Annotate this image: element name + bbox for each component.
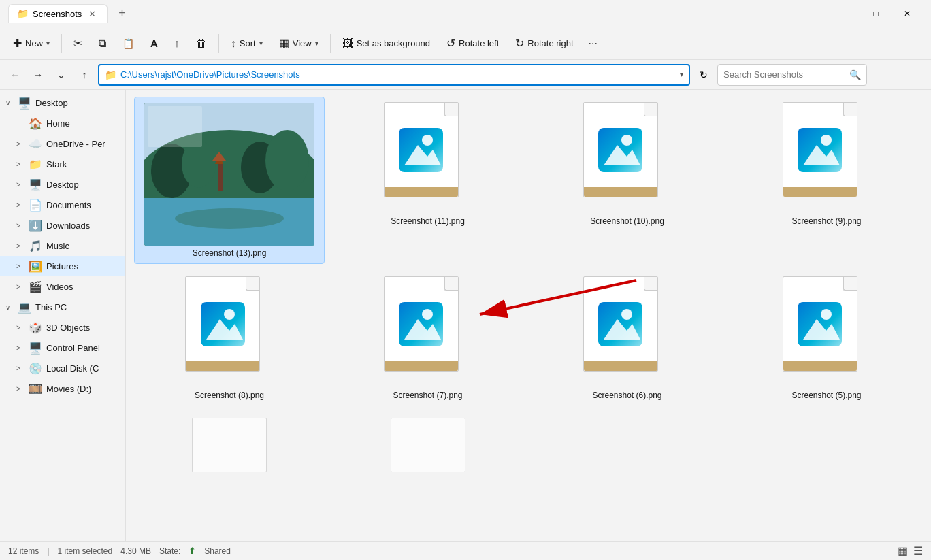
close-button[interactable]: ✕ [892, 3, 923, 24]
thispc-icon: 💻 [18, 301, 31, 314]
svg-point-13 [422, 135, 433, 146]
sidebar-item-label: Music [46, 241, 69, 251]
sidebar-item-controlpanel[interactable]: > 🖥️ Control Panel [0, 337, 125, 358]
sort-button[interactable]: ↕ Sort ▾ [223, 33, 270, 54]
file-icon [583, 102, 672, 211]
forward-button[interactable]: → [29, 65, 48, 84]
set-bg-label: Set as background [357, 38, 430, 48]
rotate-left-icon: ↺ [446, 37, 455, 50]
documents-icon: 📄 [29, 199, 42, 212]
new-button[interactable]: ✚ New ▾ [5, 33, 57, 54]
file-icon [783, 102, 871, 211]
status-separator: | [47, 546, 49, 556]
3dobjects-icon: 🎲 [29, 321, 42, 334]
title-tab[interactable]: 📁 Screenshots ✕ [8, 4, 108, 23]
search-box[interactable]: 🔍 [717, 64, 867, 86]
file-icon [384, 276, 472, 385]
sidebar-item-onedrive[interactable]: > ☁️ OneDrive - Per [0, 133, 125, 154]
pictures-icon: 🖼️ [29, 260, 42, 273]
view-toggle: ▦ ☰ [898, 544, 923, 557]
sidebar-item-stark[interactable]: > 📁 Stark [0, 154, 125, 174]
refresh-button[interactable]: ↻ [694, 65, 713, 84]
sidebar-item-pictures[interactable]: > 🖼️ Pictures [0, 256, 125, 276]
new-tab-button[interactable]: + [118, 6, 126, 20]
status-state-value: Shared [204, 546, 231, 556]
downloads-icon: ⬇️ [29, 219, 42, 232]
rotate-right-button[interactable]: ↻ Rotate right [508, 33, 581, 54]
sidebar-item-desktop-child[interactable]: > 🖥️ Desktop [0, 174, 125, 195]
file-name: Screenshot (5).png [791, 391, 861, 400]
chevron-icon: > [16, 140, 24, 148]
sidebar-item-home[interactable]: 🏠 Home [0, 113, 125, 133]
file-item-screenshot5[interactable]: Screenshot (5).png [730, 271, 923, 406]
toolbar-separator-2 [218, 34, 219, 53]
address-dropdown-icon[interactable]: ▾ [680, 71, 683, 78]
copy-icon: ⧉ [99, 37, 106, 50]
search-input[interactable] [723, 69, 845, 80]
file-item-screenshot9[interactable]: Screenshot (9).png [730, 97, 923, 231]
view-label: View [293, 38, 312, 48]
file-item-screenshot7[interactable]: Screenshot (7).png [331, 271, 524, 406]
tab-close-button[interactable]: ✕ [86, 7, 99, 20]
sidebar-item-movies[interactable]: > 🎞️ Movies (D:) [0, 378, 125, 399]
more-icon: ··· [589, 37, 598, 50]
maximize-button[interactable]: □ [860, 3, 892, 24]
cut-icon: ✂ [74, 37, 82, 50]
sidebar-item-thispc[interactable]: ∨ 💻 This PC [0, 297, 125, 317]
file-item-partial2[interactable] [331, 412, 524, 478]
back-button[interactable]: ← [5, 65, 24, 84]
onedrive-icon: ☁️ [29, 137, 42, 150]
svg-rect-10 [148, 106, 202, 147]
sidebar-item-label: Documents [46, 200, 91, 210]
file-item-screenshot8[interactable]: Screenshot (8).png [134, 271, 325, 406]
chevron-icon: > [16, 161, 24, 168]
sidebar-item-label: 3D Objects [46, 323, 90, 333]
share-button[interactable]: ↑ [167, 33, 187, 54]
copy-button[interactable]: ⧉ [91, 33, 114, 54]
file-item-screenshot13[interactable]: Screenshot (13).png [134, 97, 325, 264]
rotate-left-button[interactable]: ↺ Rotate left [439, 33, 506, 54]
file-name: Screenshot (8).png [195, 391, 264, 400]
list-view-icon[interactable]: ☰ [913, 544, 923, 557]
chevron-icon: > [16, 344, 24, 352]
file-item-screenshot6[interactable]: Screenshot (6).png [531, 271, 723, 406]
status-size: 4.30 MB [120, 546, 151, 556]
sidebar-item-localdisk[interactable]: > 💿 Local Disk (C [0, 358, 125, 378]
file-item-screenshot10[interactable]: Screenshot (10).png [531, 97, 723, 231]
grid-view-icon[interactable]: ▦ [898, 544, 908, 557]
sidebar-item-label: Stark [46, 159, 67, 169]
address-path[interactable]: C:\Users\rajst\OneDrive\Pictures\Screens… [120, 69, 676, 80]
toolbar-separator-1 [61, 34, 62, 53]
svg-point-19 [821, 135, 832, 146]
more-options-button[interactable]: ··· [583, 33, 604, 54]
recent-button[interactable]: ⌄ [52, 65, 71, 84]
view-button[interactable]: ▦ View ▾ [272, 33, 326, 54]
minimize-button[interactable]: — [829, 3, 860, 24]
file-item-screenshot11[interactable]: Screenshot (11).png [331, 97, 524, 231]
set-background-button[interactable]: 🖼 Set as background [335, 33, 438, 54]
title-bar: 📁 Screenshots ✕ + — □ ✕ [0, 0, 931, 27]
sidebar-item-downloads[interactable]: > ⬇️ Downloads [0, 215, 125, 235]
view-icon: ▦ [279, 37, 289, 50]
delete-button[interactable]: 🗑 [189, 33, 214, 54]
sidebar-item-desktop-root[interactable]: ∨ 🖥️ Desktop [0, 93, 125, 113]
sidebar-item-label: Pictures [46, 261, 78, 271]
svg-rect-7 [218, 164, 223, 191]
sidebar-item-music[interactable]: > 🎵 Music [0, 235, 125, 256]
file-icon [783, 276, 871, 385]
rename-icon: A [150, 37, 158, 49]
cut-button[interactable]: ✂ [66, 33, 90, 54]
address-box[interactable]: 📁 C:\Users\rajst\OneDrive\Pictures\Scree… [98, 64, 690, 86]
sidebar-item-videos[interactable]: > 🎬 Videos [0, 276, 125, 297]
paste-button[interactable]: 📋 [115, 34, 142, 53]
chevron-icon: ∨ [5, 303, 14, 311]
rename-button[interactable]: A [143, 33, 165, 53]
sidebar-item-documents[interactable]: > 📄 Documents [0, 195, 125, 215]
rotate-right-icon: ↻ [515, 37, 524, 50]
main-area: ∨ 🖥️ Desktop 🏠 Home > ☁️ OneDrive - Per … [0, 90, 931, 541]
svg-point-25 [422, 309, 433, 320]
file-item-partial1[interactable] [134, 412, 325, 478]
chevron-icon: > [16, 283, 24, 291]
up-button[interactable]: ↑ [75, 65, 94, 84]
sidebar-item-3dobjects[interactable]: > 🎲 3D Objects [0, 317, 125, 337]
